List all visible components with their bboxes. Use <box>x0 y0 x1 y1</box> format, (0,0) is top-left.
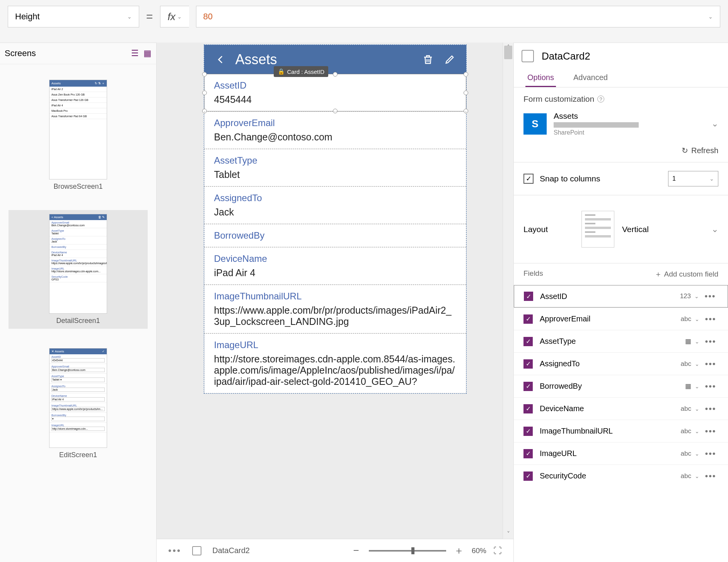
card-select-checkbox[interactable] <box>522 50 534 62</box>
status-checkbox[interactable] <box>192 546 201 555</box>
field-name: BorrowedBy <box>540 382 670 391</box>
field-type: abc <box>670 405 691 413</box>
field-type-dropdown[interactable]: ⌄ <box>691 383 703 389</box>
datacard-AssetType[interactable]: AssetTypeTablet <box>204 149 466 186</box>
field-type-dropdown[interactable]: ⌄ <box>691 293 702 299</box>
refresh-button[interactable]: ↻ Refresh <box>514 142 728 162</box>
list-view-icon[interactable]: ☰ <box>131 48 139 58</box>
datacard-ImageThumbnailURL[interactable]: ImageThumbnailURLhttps://www.apple.com/b… <box>204 285 466 333</box>
field-row-DeviceName[interactable]: ✓DeviceNameabc⌄••• <box>514 397 728 420</box>
property-dropdown[interactable]: Height ⌄ <box>8 6 139 27</box>
field-row-AssetType[interactable]: ✓AssetType▦⌄••• <box>514 330 728 352</box>
field-menu[interactable]: ••• <box>703 359 718 369</box>
field-type-dropdown[interactable]: ⌄ <box>691 428 703 434</box>
field-menu[interactable]: ••• <box>703 381 718 391</box>
delete-icon[interactable] <box>421 53 435 67</box>
field-name: AssetType <box>540 337 670 346</box>
field-row-BorrowedBy[interactable]: ✓BorrowedBy▦⌄••• <box>514 375 728 397</box>
app-header: Assets <box>204 45 466 74</box>
field-menu[interactable]: ••• <box>702 291 718 301</box>
formula-input[interactable]: 80 ⌄ <box>196 6 720 27</box>
scroll-thumb[interactable] <box>504 46 512 59</box>
datacard-AssignedTo[interactable]: AssignedToJack <box>204 186 466 224</box>
field-checkbox[interactable]: ✓ <box>523 359 533 369</box>
field-row-SecurityCode[interactable]: ✓SecurityCodeabc⌄••• <box>514 465 728 487</box>
back-icon[interactable] <box>214 53 228 67</box>
field-row-ImageURL[interactable]: ✓ImageURLabc⌄••• <box>514 442 728 465</box>
field-type-dropdown[interactable]: ⌄ <box>691 361 703 367</box>
card-label: AssetID <box>214 80 456 91</box>
more-icon[interactable]: ••• <box>168 545 181 556</box>
screen-thumb-DetailScreen1[interactable]: < Assets 🗑 ✎ApproverEmailBen.Change@cont… <box>9 210 148 329</box>
field-type-dropdown[interactable]: ⌄ <box>691 451 703 457</box>
field-type-dropdown[interactable]: ⌄ <box>691 338 703 345</box>
detail-form: AssetID4545444ApproverEmailBen.Change@co… <box>204 74 466 393</box>
field-type-dropdown[interactable]: ⌄ <box>691 316 703 322</box>
datacard-ImageURL[interactable]: ImageURLhttp://store.storeimages.cdn-app… <box>204 333 466 393</box>
field-row-ApproverEmail[interactable]: ✓ApproverEmailabc⌄••• <box>514 307 728 330</box>
selection-handle[interactable] <box>333 72 338 77</box>
field-checkbox[interactable]: ✓ <box>523 404 533 413</box>
help-icon[interactable]: ? <box>597 96 604 102</box>
formula-bar: Height ⌄ = fx⌄ 80 ⌄ <box>8 5 720 29</box>
field-row-AssignedTo[interactable]: ✓AssignedToabc⌄••• <box>514 352 728 375</box>
status-bar: ••• DataCard2 − ＋ 60% ⛶ <box>157 539 513 562</box>
fx-button[interactable]: fx⌄ <box>160 6 189 27</box>
columns-dropdown[interactable]: 1 ⌄ <box>668 171 718 186</box>
field-type-dropdown[interactable]: ⌄ <box>691 406 703 412</box>
sharepoint-icon: S <box>523 113 547 135</box>
field-checkbox[interactable]: ✓ <box>523 337 533 346</box>
selection-handle[interactable] <box>464 91 468 95</box>
field-checkbox[interactable]: ✓ <box>523 449 533 458</box>
field-menu[interactable]: ••• <box>703 404 718 414</box>
chevron-down-icon[interactable]: ⌄ <box>711 119 718 129</box>
grid-view-icon[interactable]: ▦ <box>143 48 152 58</box>
field-menu[interactable]: ••• <box>703 449 718 459</box>
scroll-down-icon[interactable]: ˅ <box>503 529 513 539</box>
field-checkbox[interactable]: ✓ <box>523 427 533 436</box>
datacard-AssetID[interactable]: AssetID4545444 <box>204 74 466 111</box>
field-checkbox[interactable]: ✓ <box>523 471 533 481</box>
canvas-scrollbar[interactable]: ˄ ˅ <box>503 43 513 539</box>
selection-handle[interactable] <box>464 72 468 77</box>
snap-checkbox[interactable]: ✓ <box>523 174 534 184</box>
chevron-down-icon: ⌄ <box>709 176 714 182</box>
zoom-percent: 60% <box>472 547 486 555</box>
datacard-DeviceName[interactable]: DeviceNameiPad Air 4 <box>204 247 466 285</box>
field-menu[interactable]: ••• <box>703 337 718 347</box>
datacard-BorrowedBy[interactable]: BorrowedBy <box>204 224 466 247</box>
snap-label: Snap to columns <box>540 174 662 183</box>
chevron-down-icon[interactable]: ⌄ <box>711 224 718 234</box>
field-menu[interactable]: ••• <box>703 426 718 436</box>
zoom-in-button[interactable]: ＋ <box>453 544 465 557</box>
app-preview: 🔒 Card : AssetID Assets AssetID4545444Ap… <box>204 44 467 394</box>
zoom-out-button[interactable]: − <box>350 545 362 557</box>
selection-handle[interactable] <box>202 91 207 95</box>
field-row-ImageThumbnailURL[interactable]: ✓ImageThumbnailURLabc⌄••• <box>514 420 728 442</box>
zoom-handle[interactable] <box>411 547 414 554</box>
datasource-name: Assets <box>554 111 704 121</box>
fullscreen-icon[interactable]: ⛶ <box>493 546 502 556</box>
field-menu[interactable]: ••• <box>703 471 718 481</box>
screen-thumb-BrowseScreen1[interactable]: Assets ↻ ⇅ ＋iPad Air 2Asus Zen Book Pro … <box>9 76 148 195</box>
tab-advanced[interactable]: Advanced <box>571 69 610 87</box>
datacard-ApproverEmail[interactable]: ApproverEmailBen.Change@contoso.com <box>204 111 466 149</box>
card-value: Tablet <box>214 169 456 180</box>
field-name: ApproverEmail <box>540 314 670 323</box>
field-checkbox[interactable]: ✓ <box>524 292 533 301</box>
datasource-row[interactable]: S Assets SharePoint ⌄ <box>514 108 728 142</box>
tab-options[interactable]: Options <box>525 69 556 87</box>
field-type-dropdown[interactable]: ⌄ <box>691 473 703 479</box>
selection-handle[interactable] <box>202 72 207 77</box>
field-menu[interactable]: ••• <box>703 314 718 324</box>
field-row-AssetID[interactable]: ✓AssetID123⌄••• <box>514 285 728 307</box>
redacted-url <box>554 122 639 128</box>
field-checkbox[interactable]: ✓ <box>523 382 533 391</box>
screen-thumb-EditScreen1[interactable]: ✕ Assets ✓AssetID4545444ApproverEmailBen… <box>9 344 148 463</box>
zoom-slider[interactable] <box>369 550 446 552</box>
edit-icon[interactable] <box>443 53 457 67</box>
add-custom-field[interactable]: ＋ Add custom field <box>655 269 718 279</box>
add-field-label: Add custom field <box>664 270 718 278</box>
card-label: ImageThumbnailURL <box>214 291 456 302</box>
field-checkbox[interactable]: ✓ <box>523 314 533 324</box>
